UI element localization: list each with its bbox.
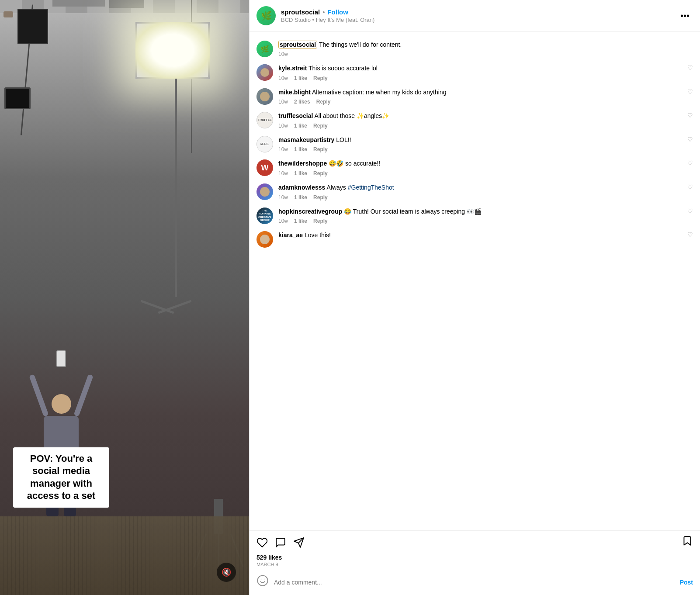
likes-section: 529 likes MARCH 9 xyxy=(250,552,700,569)
comment-button[interactable] xyxy=(275,537,286,548)
comment-text-body: 😅🤣 so accurate!! xyxy=(329,160,380,167)
comment-username[interactable]: masmakeupartistry xyxy=(278,136,334,143)
comment-avatar-adam[interactable] xyxy=(256,183,273,200)
comment-username[interactable]: hopkinscreativegroup xyxy=(278,208,342,215)
comment-content-kiara: kiara_ae Love this! xyxy=(278,231,682,240)
comment-meta: 10w 1 like Reply xyxy=(278,75,682,81)
likes-count[interactable]: 529 likes xyxy=(256,554,693,561)
reply-button[interactable]: Reply xyxy=(313,194,328,201)
comment-content-truffle: trufflesocial All about those ✨angles✨ 1… xyxy=(278,112,682,129)
sprout-icon: 🌿 xyxy=(261,10,272,21)
caption-username[interactable]: sproutsocial xyxy=(278,41,317,48)
comment-username[interactable]: trufflesocial xyxy=(278,112,313,119)
comment-text-body: 😂 Truth! Our social team is always creep… xyxy=(344,208,482,215)
actions-bar xyxy=(250,530,700,552)
caption-content: sproutsocial The things we'll do for con… xyxy=(278,41,693,57)
comment-input[interactable] xyxy=(274,579,675,586)
caption-avatar[interactable]: 🌿 xyxy=(256,41,273,57)
bookmark-button[interactable] xyxy=(682,535,693,550)
comment-text-body: LOL!! xyxy=(336,136,351,143)
share-button[interactable] xyxy=(293,537,305,548)
follow-button[interactable]: Follow xyxy=(327,8,348,16)
comment-username[interactable]: mike.blight xyxy=(278,89,311,96)
comment-content-mike: mike.blight Alternative caption: me when… xyxy=(278,88,682,105)
username-row: sproutsocial • Follow xyxy=(281,8,677,16)
comment-meta: 10w 1 like Reply xyxy=(278,146,682,152)
comment-meta: 10w 1 like Reply xyxy=(278,170,682,176)
comment-meta: 10w 1 like Reply xyxy=(278,218,682,224)
comment-avatar-kiara[interactable] xyxy=(256,231,273,248)
comment-item: TRUFFLE trufflesocial All about those ✨a… xyxy=(250,108,700,132)
comment-like-button[interactable]: ♡ xyxy=(687,208,693,214)
comment-content-kyle: kyle.streit This is soooo accurate lol 1… xyxy=(278,64,682,81)
comment-avatar-mas[interactable]: M.A.S. xyxy=(256,136,273,152)
comment-like-button[interactable]: ♡ xyxy=(687,159,693,166)
reply-button[interactable]: Reply xyxy=(313,218,328,224)
comment-meta: 10w 1 like Reply xyxy=(278,194,682,201)
post-comment-button[interactable]: Post xyxy=(680,579,693,586)
post-caption: 🌿 sproutsocial The things we'll do for c… xyxy=(250,37,700,61)
comment-text-body: Love this! xyxy=(305,232,331,239)
comment-time: 10w xyxy=(278,99,288,105)
comment-text-body: Always xyxy=(327,184,348,191)
comment-item: kiara_ae Love this! ♡ xyxy=(250,228,700,251)
comment-like-button[interactable]: ♡ xyxy=(687,64,693,71)
add-comment-bar: Post xyxy=(250,569,700,595)
mute-button[interactable]: 🔇 xyxy=(217,563,236,582)
comment-like-button[interactable]: ♡ xyxy=(687,88,693,95)
caption-time: 10w xyxy=(278,51,693,57)
comment-username[interactable]: kiara_ae xyxy=(278,232,303,239)
svg-point-2 xyxy=(257,575,267,585)
emoji-button[interactable] xyxy=(256,574,269,590)
comment-item: W thewildershoppe 😅🤣 so accurate!! 10w 1… xyxy=(250,156,700,180)
video-caption-text: POV: You're a social media manager with … xyxy=(20,453,102,502)
header-username[interactable]: sproutsocial xyxy=(281,8,320,16)
post-date: MARCH 9 xyxy=(256,562,693,567)
comment-like-button[interactable]: ♡ xyxy=(687,112,693,119)
comment-avatar-truffle[interactable]: TRUFFLE xyxy=(256,112,273,128)
comment-likes: 1 like xyxy=(294,146,307,152)
comment-time: 10w xyxy=(278,146,288,152)
comment-item: M.A.S. masmakeupartistry LOL!! 10w 1 lik… xyxy=(250,132,700,156)
like-button[interactable] xyxy=(256,537,268,548)
comment-avatar-mike[interactable] xyxy=(256,88,273,105)
comment-likes: 1 like xyxy=(294,123,307,129)
comments-area[interactable]: 🌿 sproutsocial The things we'll do for c… xyxy=(250,32,700,530)
comment-content-mas: masmakeupartistry LOL!! 10w 1 like Reply xyxy=(278,136,682,153)
caption-text: sproutsocial The things we'll do for con… xyxy=(278,41,402,48)
comment-content-hopkins: hopkinscreativegroup 😂 Truth! Our social… xyxy=(278,208,682,225)
comment-avatar-hopkins[interactable]: THE HOPKINS CREATIVE GROUP xyxy=(256,208,273,224)
comment-avatar-kyle[interactable] xyxy=(256,64,273,81)
reply-button[interactable]: Reply xyxy=(313,75,328,81)
comment-time: 10w xyxy=(278,194,288,201)
action-icons xyxy=(256,537,305,548)
comment-item: THE HOPKINS CREATIVE GROUP hopkinscreati… xyxy=(250,204,700,228)
comment-username[interactable]: thewildershoppe xyxy=(278,160,327,167)
header-info: sproutsocial • Follow BCD Studio • Hey I… xyxy=(281,8,677,23)
caption-sprout-icon: 🌿 xyxy=(260,45,269,53)
comment-like-button[interactable]: ♡ xyxy=(687,136,693,143)
video-caption-box: POV: You're a social media manager with … xyxy=(13,447,109,508)
comment-like-button[interactable]: ♡ xyxy=(687,183,693,190)
reply-button[interactable]: Reply xyxy=(313,123,328,129)
comment-likes: 1 like xyxy=(294,218,307,224)
comment-time: 10w xyxy=(278,75,288,81)
comment-likes: 1 like xyxy=(294,194,307,201)
comment-avatar-wilder[interactable]: W xyxy=(256,159,273,176)
comment-text-body: This is soooo accurate lol xyxy=(308,65,378,72)
reply-button[interactable]: Reply xyxy=(316,99,331,105)
comment-username[interactable]: kyle.streit xyxy=(278,65,307,72)
reply-button[interactable]: Reply xyxy=(313,170,328,176)
header-dot: • xyxy=(322,8,325,16)
comment-meta: 10w 2 likes Reply xyxy=(278,99,682,105)
comment-like-button[interactable]: ♡ xyxy=(687,231,693,238)
more-options-button[interactable]: ••• xyxy=(677,9,693,23)
comment-text-body: Alternative caption: me when my kids do … xyxy=(312,89,446,96)
header-avatar[interactable]: 🌿 xyxy=(256,6,276,25)
comment-username[interactable]: adamknowlesss xyxy=(278,184,325,191)
video-panel: POV: You're a social media manager with … xyxy=(0,0,249,595)
reply-button[interactable]: Reply xyxy=(313,146,328,152)
hashtag[interactable]: #GettingTheShot xyxy=(348,184,394,191)
tv-screen xyxy=(4,87,31,109)
comment-item: kyle.streit This is soooo accurate lol 1… xyxy=(250,61,700,85)
